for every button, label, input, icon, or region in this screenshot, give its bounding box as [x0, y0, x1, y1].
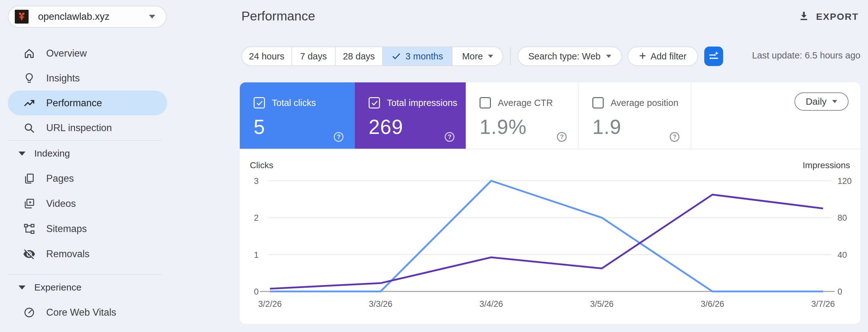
- metrics-row: Total clicks 5 ? Total impressions 269 ?…: [240, 82, 861, 149]
- sidebar-item-overview[interactable]: Overview: [8, 41, 167, 66]
- metric-label: Total impressions: [387, 98, 457, 108]
- download-icon: [798, 10, 810, 23]
- sidebar-item-label: Pages: [46, 173, 74, 184]
- x-axis-label: 3/2/26: [258, 299, 282, 309]
- sidebar-section-indexing[interactable]: Indexing: [8, 141, 231, 166]
- tune-sparkle-icon: [707, 50, 720, 63]
- filter-divider: [510, 47, 511, 65]
- range-3-months-button[interactable]: 3 months: [382, 47, 453, 66]
- left-axis-title: Clicks: [250, 160, 273, 170]
- range-label: 24 hours: [249, 51, 284, 62]
- sidebar-item-label: Sitemaps: [46, 223, 87, 235]
- chevron-down-icon: [149, 15, 155, 19]
- total-impressions-card[interactable]: Total impressions 269 ?: [355, 82, 466, 149]
- chevron-down-icon: [606, 55, 611, 58]
- sidebar-item-insights[interactable]: Insights: [8, 66, 167, 91]
- average-ctr-card[interactable]: Average CTR 1.9% ?: [466, 82, 579, 149]
- x-axis-label: 3/7/26: [811, 299, 835, 309]
- average-position-checkbox[interactable]: [592, 97, 604, 109]
- filter-bar: 24 hours 7 days 28 days 3 months More Se…: [241, 47, 723, 66]
- right-tick-label: 120: [838, 176, 852, 186]
- sidebar-item-label: Videos: [46, 198, 76, 209]
- more-label: More: [462, 51, 483, 62]
- right-tick-label: 0: [838, 287, 842, 297]
- help-icon[interactable]: ?: [557, 132, 567, 142]
- eye-off-icon: [22, 247, 36, 261]
- total-clicks-checkbox[interactable]: [254, 97, 265, 109]
- property-name: openclawlab.xyz: [38, 11, 149, 22]
- sidebar-item-performance[interactable]: Performance: [8, 91, 167, 115]
- sidebar: openclawlab.xyz Overview Insights: [0, 0, 231, 332]
- performance-chart: 012304080120ClicksImpressions3/2/263/3/2…: [240, 154, 861, 324]
- right-axis-title: Impressions: [803, 160, 850, 170]
- range-7-days-button[interactable]: 7 days: [291, 47, 336, 66]
- metric-label: Average CTR: [498, 98, 553, 108]
- sidebar-item-label: Insights: [46, 72, 80, 84]
- metrics-spacer: Daily: [691, 82, 861, 149]
- sidebar-item-videos[interactable]: Videos: [8, 191, 231, 216]
- total-impressions-checkbox[interactable]: [369, 97, 380, 109]
- impressions-line: [270, 194, 823, 289]
- sidebar-item-sitemaps[interactable]: Sitemaps: [8, 216, 231, 241]
- sidebar-item-label: URL inspection: [46, 122, 112, 133]
- check-icon: [392, 52, 401, 61]
- search-type-button[interactable]: Search type: Web: [518, 47, 622, 66]
- collapse-triangle-icon: [19, 285, 26, 290]
- range-label: 28 days: [343, 51, 375, 62]
- site-favicon: [13, 8, 30, 25]
- date-range-group: 24 hours 7 days 28 days 3 months More: [241, 47, 503, 66]
- x-axis-label: 3/3/26: [369, 299, 392, 309]
- sidebar-item-removals[interactable]: Removals: [8, 241, 231, 267]
- range-more-button[interactable]: More: [452, 47, 503, 66]
- range-28-days-button[interactable]: 28 days: [335, 47, 383, 66]
- sidebar-item-url-inspection[interactable]: URL inspection: [8, 115, 167, 140]
- magnifier-icon: [22, 121, 36, 135]
- lightbulb-icon: [22, 71, 36, 85]
- granularity-label: Daily: [806, 96, 827, 107]
- range-24-hours-button[interactable]: 24 hours: [241, 47, 292, 66]
- video-library-icon: [22, 197, 36, 211]
- export-button[interactable]: EXPORT: [798, 9, 859, 25]
- sidebar-item-core-web-vitals[interactable]: Core Web Vitals: [8, 300, 231, 325]
- help-icon[interactable]: ?: [445, 132, 455, 142]
- sidebar-item-label: Overview: [46, 48, 87, 59]
- help-icon[interactable]: ?: [334, 132, 343, 142]
- collapse-triangle-icon: [19, 152, 26, 156]
- total-clicks-card[interactable]: Total clicks 5 ?: [240, 82, 355, 149]
- home-icon: [22, 47, 36, 60]
- granularity-dropdown[interactable]: Daily: [795, 92, 848, 111]
- ai-filter-button[interactable]: [704, 47, 723, 66]
- metric-label: Total clicks: [272, 98, 316, 108]
- performance-card: Total clicks 5 ? Total impressions 269 ?…: [240, 82, 861, 324]
- sidebar-item-label: Core Web Vitals: [46, 307, 116, 318]
- sidebar-item-pages[interactable]: Pages: [8, 166, 231, 191]
- add-filter-label: Add filter: [651, 51, 686, 62]
- property-selector[interactable]: openclawlab.xyz: [8, 6, 166, 28]
- export-label: EXPORT: [816, 11, 859, 22]
- last-update-text: Last update: 6.5 hours ago: [752, 50, 861, 61]
- x-axis-label: 3/5/26: [590, 299, 614, 309]
- average-position-card[interactable]: Average position 1.9 ?: [579, 82, 691, 149]
- plus-icon: +: [639, 50, 646, 62]
- help-icon[interactable]: ?: [670, 132, 679, 142]
- section-label: Indexing: [34, 148, 70, 159]
- left-tick-label: 3: [254, 176, 259, 186]
- average-ctr-checkbox[interactable]: [479, 97, 491, 109]
- add-filter-button[interactable]: + Add filter: [628, 47, 698, 66]
- left-tick-label: 2: [254, 213, 259, 222]
- left-tick-label: 1: [254, 250, 259, 260]
- sidebar-section-experience[interactable]: Experience: [8, 275, 231, 300]
- range-label: 3 months: [405, 51, 443, 62]
- sitemap-icon: [22, 222, 36, 236]
- sidebar-item-label: Performance: [46, 97, 102, 109]
- metric-label: Average position: [611, 98, 679, 108]
- speedometer-icon: [22, 306, 36, 320]
- right-tick-label: 40: [838, 250, 847, 260]
- x-axis-label: 3/6/26: [701, 299, 724, 309]
- section-label: Experience: [34, 282, 82, 293]
- search-type-label: Search type: Web: [528, 51, 600, 62]
- x-axis-label: 3/4/26: [479, 299, 503, 309]
- left-tick-label: 0: [254, 287, 259, 297]
- chevron-down-icon: [488, 55, 493, 58]
- trending-up-icon: [22, 96, 36, 110]
